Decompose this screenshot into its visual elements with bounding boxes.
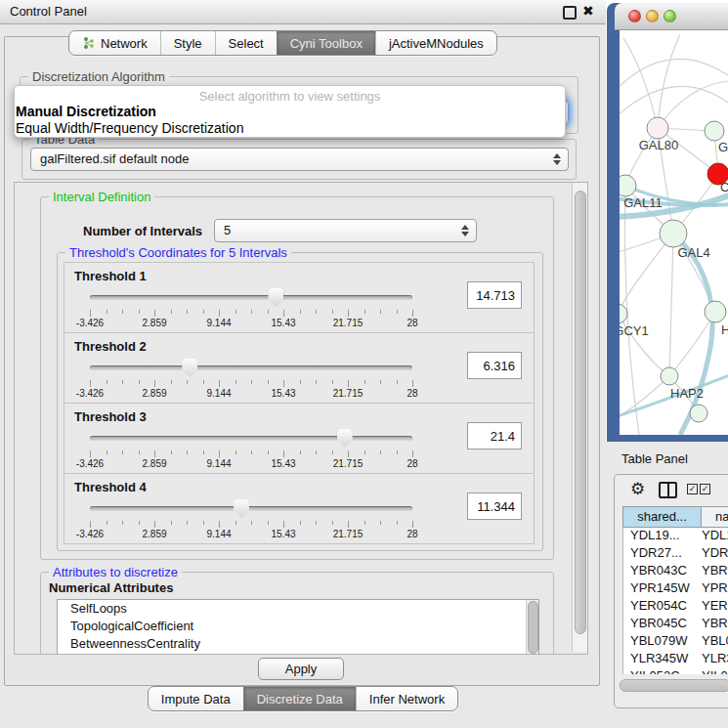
- slider-track[interactable]: [90, 365, 412, 370]
- slider-track[interactable]: [90, 295, 412, 300]
- tick-mark: [187, 521, 188, 525]
- list-item-topologicalcoefficient[interactable]: TopologicalCoefficient: [58, 618, 538, 635]
- tick-mark: [348, 310, 349, 317]
- cell[interactable]: YBL0: [702, 633, 728, 651]
- cell[interactable]: YBR0: [702, 563, 728, 580]
- close-traffic-light-icon[interactable]: [628, 10, 641, 22]
- table-row[interactable]: YIL052CYIL0: [623, 668, 728, 674]
- zoom-traffic-light-icon[interactable]: [664, 10, 676, 22]
- list-item-betweennesscentrality[interactable]: BetweennessCentrality: [58, 635, 538, 653]
- slider-thumb[interactable]: [337, 429, 353, 448]
- discretization-algorithm-title: Discretization Algorithm: [28, 69, 169, 84]
- slider-scale-labels: -3.4262.8599.14415.4321.71528: [90, 388, 412, 400]
- cell[interactable]: YDL1: [702, 528, 728, 545]
- cell[interactable]: YBL079W: [623, 633, 702, 651]
- threshold-3-value-field[interactable]: 21.4: [467, 422, 522, 450]
- slider-thumb[interactable]: [234, 499, 249, 518]
- threshold-2-value-field[interactable]: 6.316: [467, 352, 522, 379]
- cell[interactable]: YBR0: [702, 616, 728, 633]
- threshold-3-slider[interactable]: -3.4262.8599.14415.4321.71528: [90, 427, 412, 470]
- node-gal11: [620, 175, 636, 196]
- tab-style[interactable]: Style: [160, 31, 215, 55]
- node-attribute-table: shared... na YDL19...YDL1 YDR27...YDR2 Y…: [622, 506, 728, 674]
- tab-cyni-toolbox[interactable]: Cyni Toolbox: [277, 31, 375, 55]
- cell[interactable]: YPR1: [702, 580, 728, 598]
- table-header-row: shared... na: [622, 506, 728, 528]
- dropdown-item-manual-discretization[interactable]: Manual Discretization: [15, 104, 565, 120]
- tick-mark: [348, 380, 349, 387]
- split-columns-icon[interactable]: [659, 482, 677, 498]
- tab-impute-data[interactable]: Impute Data: [149, 687, 243, 710]
- settings-scroll-viewport: Interval Definition Number of Intervals …: [14, 182, 588, 655]
- node-h: [705, 301, 726, 322]
- threshold-4-slider[interactable]: -3.4262.8599.14415.4321.71528: [90, 497, 412, 540]
- table-row[interactable]: YBR045CYBR0: [623, 616, 728, 633]
- tab-infer-network[interactable]: Infer Network: [356, 687, 457, 710]
- checkbox-select-none-icon[interactable]: ✓: [700, 484, 710, 494]
- apply-button[interactable]: Apply: [258, 658, 344, 680]
- gear-icon[interactable]: ⚙: [630, 479, 645, 499]
- slider-thumb[interactable]: [268, 288, 283, 307]
- table-row[interactable]: YPR145WYPR1: [623, 580, 728, 598]
- cell[interactable]: YBR043C: [623, 563, 702, 580]
- table-row[interactable]: YBR043CYBR0: [623, 563, 728, 580]
- viewport-scrollbar-thumb[interactable]: [575, 191, 586, 634]
- table-data-combobox[interactable]: galFiltered.sif default node: [30, 148, 569, 171]
- cell[interactable]: YLR345W: [623, 651, 702, 668]
- dropdown-item-equal-width[interactable]: Equal Width/Frequency Discretization: [15, 120, 565, 137]
- cell[interactable]: YER054C: [623, 598, 702, 616]
- tick-mark: [154, 450, 155, 457]
- cell[interactable]: YDR2: [702, 545, 728, 563]
- slider-thumb[interactable]: [182, 359, 197, 377]
- algorithm-dropdown-popup: Select algorithm to view settings Manual…: [14, 85, 566, 138]
- tick-mark: [316, 521, 317, 525]
- table-row[interactable]: YDR27...YDR2: [623, 545, 728, 563]
- table-panel-title: Table Panel: [621, 451, 688, 466]
- dropdown-hint-item[interactable]: Select algorithm to view settings: [15, 86, 565, 104]
- top-tab-group: Network Style Select Cyni Toolbox jActiv…: [68, 30, 497, 56]
- table-row[interactable]: YER054CYER0: [623, 598, 728, 616]
- cell[interactable]: YIL052C: [623, 668, 702, 674]
- cell[interactable]: YDL19...: [623, 528, 702, 545]
- threshold-1-slider[interactable]: -3.4262.8599.14415.4321.71528: [90, 286, 412, 329]
- tick-label: 28: [407, 388, 417, 399]
- tab-discretize-data[interactable]: Discretize Data: [243, 687, 356, 710]
- list-scrollbar-thumb[interactable]: [528, 601, 538, 654]
- cell[interactable]: YLR3: [702, 651, 728, 668]
- tab-network[interactable]: Network: [69, 31, 160, 55]
- slider-track[interactable]: [90, 436, 412, 441]
- table-row[interactable]: YLR345WYLR3: [623, 651, 728, 668]
- cell[interactable]: YPR145W: [623, 580, 702, 598]
- table-row[interactable]: YDL19...YDL1: [623, 528, 728, 545]
- network-window-titlebar[interactable]: [615, 3, 728, 30]
- tab-jactivemnodules[interactable]: jActiveMNodules: [375, 31, 496, 55]
- network-canvas[interactable]: GAL80 G C GAL11 GAL4 GCY1 H HAP2: [620, 30, 728, 435]
- number-of-intervals-combobox[interactable]: 5: [214, 219, 477, 242]
- list-scrollbar[interactable]: [526, 600, 538, 655]
- slider-track[interactable]: [90, 506, 412, 511]
- cell[interactable]: YBR045C: [623, 616, 702, 633]
- threshold-2-slider[interactable]: -3.4262.8599.14415.4321.71528: [90, 357, 412, 400]
- viewport-scrollbar[interactable]: [572, 183, 587, 652]
- tab-select[interactable]: Select: [215, 31, 277, 55]
- minimize-traffic-light-icon[interactable]: [646, 10, 659, 22]
- cell[interactable]: YER0: [702, 598, 728, 616]
- checkbox-select-all-icon[interactable]: ✓: [687, 484, 698, 494]
- float-window-icon[interactable]: [563, 6, 577, 20]
- tab-jactivemnodules-label: jActiveMNodules: [389, 36, 484, 51]
- table-horizontal-scrollbar[interactable]: [620, 679, 728, 692]
- number-of-intervals-value: 5: [224, 223, 231, 237]
- column-header-name[interactable]: na: [702, 507, 728, 527]
- table-row[interactable]: YBL079WYBL0: [623, 633, 728, 651]
- threshold-1-value-field[interactable]: 14.713: [467, 281, 522, 309]
- cell[interactable]: YIL0: [702, 668, 728, 674]
- list-item-selfloops[interactable]: SelfLoops: [58, 600, 538, 618]
- tick-mark: [107, 310, 107, 314]
- column-header-shared-name[interactable]: shared...: [623, 507, 702, 527]
- threshold-4-value-field[interactable]: 11.344: [467, 492, 522, 520]
- cell[interactable]: YDR27...: [623, 545, 702, 563]
- close-icon[interactable]: ✖: [582, 3, 594, 19]
- numerical-attributes-list[interactable]: SelfLoops TopologicalCoefficient Between…: [57, 599, 539, 655]
- table-data-selected-value: galFiltered.sif default node: [40, 151, 189, 166]
- tick-label: 2.859: [142, 388, 166, 399]
